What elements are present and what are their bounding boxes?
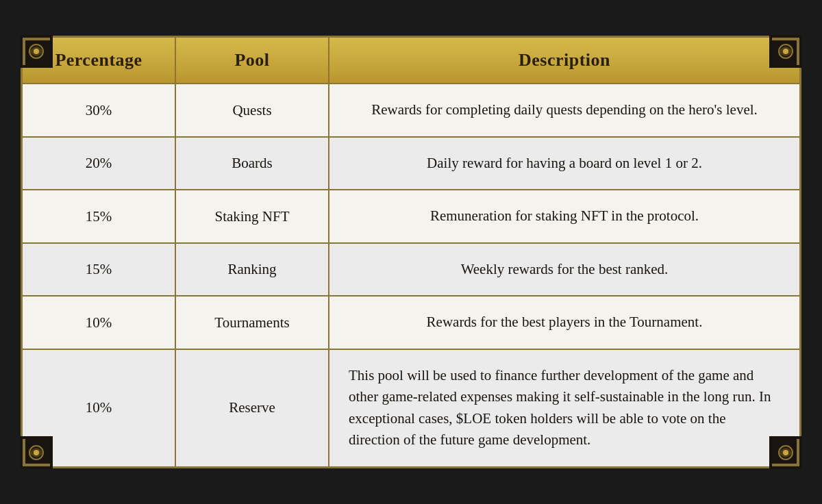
main-table: Percentage Pool Description 30% Quests R… [21, 36, 801, 468]
pool-cell: Tournaments [176, 297, 329, 349]
svg-point-5 [783, 49, 788, 54]
pool-cell: Boards [176, 138, 329, 190]
header-pool: Pool [176, 38, 329, 83]
table-row: 10% Tournaments Rewards for the best pla… [23, 297, 799, 350]
table-row: 10% Reserve This pool will be used to fi… [23, 350, 799, 466]
table-row: 15% Ranking Weekly rewards for the best … [23, 244, 799, 297]
desc-cell: Rewards for the best players in the Tour… [329, 297, 799, 349]
pool-cell: Staking NFT [176, 190, 329, 242]
percentage-cell: 10% [23, 297, 176, 349]
desc-cell: This pool will be used to finance furthe… [329, 350, 799, 466]
table-row: 30% Quests Rewards for completing daily … [23, 84, 799, 138]
desc-cell: Rewards for completing daily quests depe… [329, 84, 799, 136]
pool-cell: Ranking [176, 244, 329, 296]
pool-cell: Quests [176, 84, 329, 136]
percentage-cell: 15% [23, 190, 176, 242]
corner-decoration-tr [769, 35, 802, 68]
desc-cell: Daily reward for having a board on level… [329, 138, 799, 190]
table-row: 15% Staking NFT Remuneration for staking… [23, 190, 799, 244]
corner-decoration-tl [20, 35, 53, 68]
percentage-cell: 20% [23, 138, 176, 190]
percentage-cell: 30% [23, 84, 176, 136]
header-description: Description [329, 38, 799, 83]
percentage-cell: 15% [23, 244, 176, 296]
table-row: 20% Boards Daily reward for having a boa… [23, 138, 799, 191]
svg-point-2 [34, 49, 39, 54]
corner-decoration-br [769, 436, 802, 469]
corner-decoration-bl [20, 436, 53, 469]
desc-cell: Remuneration for staking NFT in the prot… [329, 190, 799, 242]
svg-point-11 [783, 450, 788, 455]
pool-cell: Reserve [176, 350, 329, 466]
svg-point-8 [34, 450, 39, 455]
desc-cell: Weekly rewards for the best ranked. [329, 244, 799, 296]
table-header: Percentage Pool Description [23, 38, 799, 84]
